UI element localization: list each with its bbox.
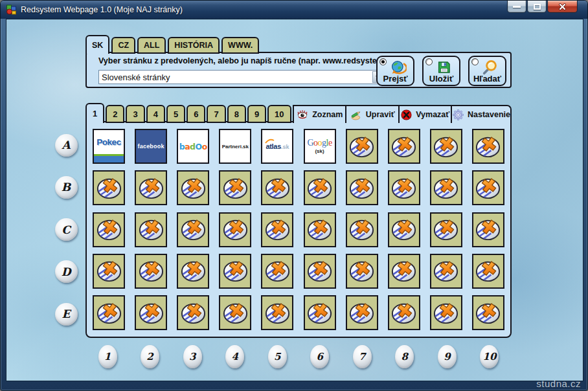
empty-slot-cell-b1[interactable] (93, 170, 125, 205)
empty-slot-cell-e6[interactable] (304, 295, 336, 330)
page-tab-1[interactable]: 1 (85, 103, 104, 123)
go-button[interactable]: Prejsť (376, 56, 414, 86)
edit-tool[interactable]: Upraviť (345, 106, 398, 123)
search-radio[interactable] (471, 58, 479, 65)
col-button-5[interactable]: 5 (268, 345, 287, 368)
empty-slot-cell-e7[interactable] (346, 295, 378, 330)
empty-slot-cell-b10[interactable] (472, 170, 504, 205)
col-button-7[interactable]: 7 (353, 345, 372, 368)
tab-www[interactable]: WWW. (221, 37, 259, 54)
site-cell-partneri[interactable]: Partneri.sk (219, 129, 251, 164)
empty-slot-cell-a9[interactable] (430, 129, 462, 164)
empty-slot-cell-c3[interactable] (177, 212, 209, 247)
maximize-button[interactable] (527, 1, 547, 13)
col-button-4[interactable]: 4 (225, 345, 244, 368)
site-cell-google[interactable]: Google(sk) (304, 129, 336, 164)
empty-slot-cell-d3[interactable] (177, 254, 209, 289)
empty-slot-cell-d1[interactable] (93, 254, 125, 289)
page-tab-3[interactable]: 3 (126, 105, 144, 123)
empty-slot-cell-c10[interactable] (472, 212, 504, 247)
empty-slot-cell-b7[interactable] (346, 170, 378, 205)
site-combobox[interactable]: Slovenské stránky (98, 70, 385, 84)
col-button-3[interactable]: 3 (183, 345, 202, 368)
tab-cz[interactable]: CZ (111, 37, 135, 54)
empty-slot-cell-c2[interactable] (135, 212, 167, 247)
empty-slot-cell-c6[interactable] (304, 212, 336, 247)
empty-slot-cell-d10[interactable] (472, 254, 504, 289)
empty-slot-cell-d8[interactable] (388, 254, 420, 289)
empty-slot-cell-b4[interactable] (219, 170, 251, 205)
tab-sk[interactable]: SK (85, 35, 109, 54)
row-button-d[interactable]: D (55, 260, 78, 283)
empty-slot-cell-e10[interactable] (472, 295, 504, 330)
empty-slot-cell-d5[interactable] (261, 254, 293, 289)
site-cell-atlas[interactable]: atlas.sk (261, 129, 293, 164)
page-tab-6[interactable]: 6 (187, 105, 205, 123)
empty-slot-cell-e4[interactable] (219, 295, 251, 330)
empty-slot-cell-c1[interactable] (93, 212, 125, 247)
empty-slot-cell-c9[interactable] (430, 212, 462, 247)
empty-slot-cell-b2[interactable] (135, 170, 167, 205)
empty-slot-cell-a7[interactable] (346, 129, 378, 164)
col-button-10[interactable]: 10 (480, 345, 499, 368)
page-tab-5[interactable]: 5 (166, 105, 185, 123)
empty-slot-cell-d6[interactable] (304, 254, 336, 289)
col-button-6[interactable]: 6 (310, 345, 329, 368)
settings-tool[interactable]: Nastavenie (451, 106, 510, 123)
empty-slot-cell-b5[interactable] (261, 170, 293, 205)
go-radio[interactable] (379, 58, 387, 65)
empty-slot-cell-e3[interactable] (177, 295, 209, 330)
col-button-9[interactable]: 9 (438, 345, 457, 368)
row-button-c[interactable]: C (55, 218, 78, 241)
empty-slot-cell-b3[interactable] (177, 170, 209, 205)
search-button[interactable]: Hľadať (468, 56, 506, 86)
save-radio[interactable] (425, 58, 433, 65)
list-tool[interactable]: Zoznam (294, 106, 345, 123)
empty-slot-cell-e2[interactable] (135, 295, 167, 330)
page-tab-9[interactable]: 9 (247, 105, 266, 123)
page-tab-8[interactable]: 8 (227, 105, 246, 123)
delete-tool[interactable]: Vymazať (398, 106, 451, 123)
empty-slot-cell-e1[interactable] (93, 295, 125, 330)
puzzle-icon (95, 174, 123, 202)
empty-slot-cell-c4[interactable] (219, 212, 251, 247)
row-button-e[interactable]: E (55, 303, 78, 326)
page-tab-10[interactable]: 10 (267, 105, 291, 123)
empty-slot-cell-d7[interactable] (346, 254, 378, 289)
site-cell-badoo[interactable]: badOo (177, 129, 209, 164)
tab-histria[interactable]: HISTÓRIA (168, 37, 220, 54)
empty-slot-cell-e8[interactable] (388, 295, 420, 330)
empty-slot-cell-b9[interactable] (430, 170, 462, 205)
empty-slot-cell-c5[interactable] (261, 212, 293, 247)
minimize-button[interactable] (507, 1, 526, 13)
save-button[interactable]: Uložiť (422, 56, 460, 86)
empty-slot-cell-e9[interactable] (430, 295, 462, 330)
col-button-1[interactable]: 1 (98, 345, 117, 368)
url-hint-label: Vyber stránku z predvolených, alebo ju n… (98, 56, 398, 65)
empty-slot-cell-d9[interactable] (430, 254, 462, 289)
empty-slot-cell-d4[interactable] (219, 254, 251, 289)
empty-slot-cell-a10[interactable] (472, 129, 504, 164)
puzzle-icon (264, 174, 291, 202)
site-cell-pokec[interactable]: Pokec (93, 129, 125, 164)
pokec-band-blue (94, 156, 124, 162)
row-button-a[interactable]: A (55, 134, 78, 157)
grid-row-d (93, 254, 504, 289)
col-button-8[interactable]: 8 (395, 345, 414, 368)
site-cell-facebook[interactable]: facebook (135, 129, 167, 164)
puzzle-icon (474, 299, 502, 327)
row-button-b[interactable]: B (55, 176, 78, 199)
empty-slot-cell-d2[interactable] (135, 254, 167, 289)
tab-all[interactable]: ALL (137, 37, 166, 54)
empty-slot-cell-b8[interactable] (388, 170, 420, 205)
page-tab-7[interactable]: 7 (207, 105, 225, 123)
empty-slot-cell-c8[interactable] (388, 212, 420, 247)
empty-slot-cell-c7[interactable] (346, 212, 378, 247)
page-tab-2[interactable]: 2 (106, 105, 124, 123)
page-tab-4[interactable]: 4 (146, 105, 165, 123)
empty-slot-cell-a8[interactable] (388, 129, 420, 164)
close-button[interactable] (547, 1, 578, 13)
col-button-2[interactable]: 2 (141, 345, 159, 368)
empty-slot-cell-b6[interactable] (304, 170, 336, 205)
empty-slot-cell-e5[interactable] (261, 295, 293, 330)
